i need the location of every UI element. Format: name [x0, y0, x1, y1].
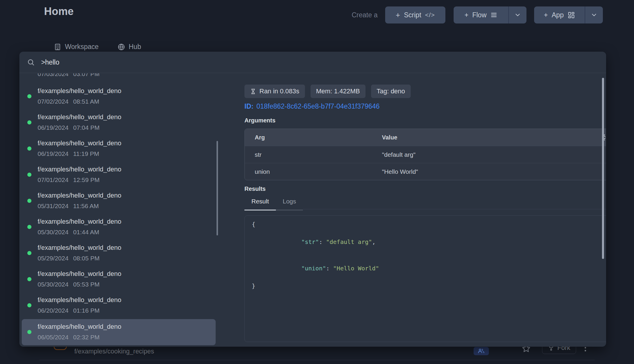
- json-value: "default arg": [326, 238, 372, 245]
- run-list-item-partial[interactable]: 07/03/202403:07 PM: [38, 73, 100, 78]
- json-close-brace: }: [252, 282, 606, 290]
- run-path: f/examples/hello_world_deno: [38, 218, 121, 225]
- search-modal: 07/03/202403:07 PM f/examples/hello_worl…: [19, 52, 606, 347]
- run-list-item[interactable]: f/examples/hello_world_deno 05/29/202408…: [22, 240, 216, 266]
- create-flow-button[interactable]: + Flow: [454, 6, 508, 23]
- run-list-item[interactable]: f/examples/hello_world_deno 05/30/202401…: [22, 214, 216, 240]
- tag-badge: Tag: deno: [371, 85, 411, 98]
- flow-bars-icon: [490, 11, 497, 18]
- search-input[interactable]: [41, 58, 600, 66]
- results-tabs: Result Logs: [244, 198, 303, 210]
- run-list-item[interactable]: f/examples/hello_world_deno 05/31/202411…: [22, 188, 216, 214]
- row-divider: [39, 360, 595, 360]
- run-date: 07/03/2024: [38, 73, 68, 77]
- success-dot-icon: [27, 120, 31, 124]
- plus-icon: +: [544, 11, 548, 19]
- success-dot-icon: [27, 146, 31, 151]
- result-json-viewer: { "str": "default arg", "union": "Hello …: [244, 215, 606, 342]
- search-icon: [27, 58, 35, 66]
- plus-icon: +: [464, 11, 468, 19]
- success-dot-icon: [27, 330, 31, 334]
- run-date: 06/19/2024: [38, 124, 68, 131]
- run-time: 07:04 PM: [73, 124, 100, 131]
- table-row: union "Hello World": [245, 163, 606, 180]
- app-grid-icon: [568, 11, 575, 19]
- tabs-divider: [303, 209, 606, 209]
- run-path: f/examples/hello_world_deno: [38, 244, 121, 252]
- run-id-value: 018fe862-8c62-65e8-b7f7-04e31f379646: [256, 102, 380, 110]
- tab-workspace-label: Workspace: [65, 43, 99, 51]
- run-time: 01:16 PM: [73, 307, 100, 314]
- run-time: 12:59 PM: [73, 176, 100, 183]
- run-list-item[interactable]: f/examples/hello_world_deno 06/19/202407…: [22, 109, 216, 136]
- run-list-item[interactable]: f/examples/hello_world_deno 07/02/202408…: [22, 83, 216, 109]
- arg-name: union: [255, 168, 382, 175]
- shared-with-button[interactable]: [474, 347, 489, 355]
- success-dot-icon: [27, 94, 31, 98]
- create-script-button[interactable]: + Script </>: [385, 6, 445, 23]
- search-bar: [19, 52, 606, 73]
- json-key: "str": [301, 238, 319, 245]
- run-time: 03:07 PM: [73, 73, 100, 77]
- col-arg: Arg: [255, 134, 382, 141]
- create-a-label: Create a: [352, 11, 378, 19]
- run-list-item[interactable]: f/examples/hello_world_deno 06/20/202401…: [22, 292, 216, 318]
- detail-scrollbar[interactable]: [602, 78, 604, 259]
- app-dropdown-button[interactable]: [585, 6, 603, 23]
- run-time: 08:51 AM: [73, 98, 99, 105]
- create-script-label: Script: [404, 11, 421, 19]
- arguments-table: Arg Value str "default arg" union "Hello…: [244, 129, 606, 180]
- duration-label: Ran in 0.083s: [259, 87, 299, 95]
- success-dot-icon: [27, 251, 31, 255]
- run-date: 07/01/2024: [38, 176, 68, 183]
- create-app-button[interactable]: + App: [534, 6, 585, 23]
- create-flow-split-button: + Flow: [454, 6, 526, 23]
- globe-icon: [118, 43, 125, 51]
- success-dot-icon: [27, 199, 31, 203]
- flow-dropdown-button[interactable]: [508, 6, 526, 23]
- plus-icon: +: [396, 11, 400, 19]
- background-item-path: f/examples/cooking_recipes: [74, 348, 154, 355]
- run-date: 07/02/2024: [38, 98, 68, 105]
- run-detail-panel: Ran in 0.083s Mem: 1.422MB Tag: deno ID:…: [225, 73, 606, 347]
- tab-logs[interactable]: Logs: [276, 198, 303, 210]
- run-date: 06/20/2024: [38, 307, 68, 314]
- run-list-item-selected[interactable]: f/examples/hello_world_deno 06/05/202402…: [22, 319, 216, 345]
- run-id-label: ID:: [244, 102, 254, 110]
- run-time: 05:53 PM: [73, 281, 100, 288]
- col-value: Value: [382, 134, 397, 141]
- run-time: 11:56 AM: [73, 203, 99, 209]
- success-dot-icon: [27, 173, 31, 177]
- memory-label: Mem: 1.422MB: [316, 87, 360, 95]
- run-list-item[interactable]: f/examples/hello_world_deno 05/30/202405…: [22, 266, 216, 292]
- json-line: "str": "default arg",: [252, 229, 606, 255]
- json-open-brace: {: [252, 220, 606, 229]
- arguments-table-header: Arg Value: [245, 129, 606, 146]
- create-app-split-button: + App: [534, 6, 603, 23]
- tab-workspace[interactable]: Workspace: [54, 43, 99, 51]
- run-date: 05/30/2024: [38, 281, 68, 288]
- memory-badge: Mem: 1.422MB: [311, 85, 365, 98]
- chevron-down-icon: [514, 11, 521, 18]
- page-title: Home: [44, 5, 74, 18]
- run-time: 01:44 AM: [73, 229, 99, 235]
- building-icon: [54, 43, 61, 51]
- run-time: 02:32 PM: [73, 334, 100, 341]
- success-dot-icon: [27, 277, 31, 281]
- run-history-list: 07/03/202403:07 PM f/examples/hello_worl…: [19, 73, 225, 347]
- run-date: 06/05/2024: [38, 334, 68, 341]
- run-list-item[interactable]: f/examples/hello_world_deno 07/01/202412…: [22, 162, 216, 188]
- list-scrollbar[interactable]: [217, 141, 218, 235]
- run-id[interactable]: ID:018fe862-8c62-65e8-b7f7-04e31f379646: [244, 102, 380, 110]
- chevron-down-icon: [591, 11, 598, 18]
- results-title: Results: [244, 186, 266, 192]
- table-row: str "default arg": [245, 146, 606, 163]
- arg-name: str: [255, 151, 382, 158]
- tag-label: Tag: deno: [377, 87, 405, 95]
- tab-result[interactable]: Result: [244, 198, 276, 210]
- tab-hub[interactable]: Hub: [118, 43, 141, 51]
- run-date: 05/29/2024: [38, 255, 68, 262]
- run-path: f/examples/hello_world_deno: [38, 270, 121, 278]
- run-path: f/examples/hello_world_deno: [38, 139, 121, 147]
- run-list-item[interactable]: f/examples/hello_world_deno 06/19/202411…: [22, 136, 216, 162]
